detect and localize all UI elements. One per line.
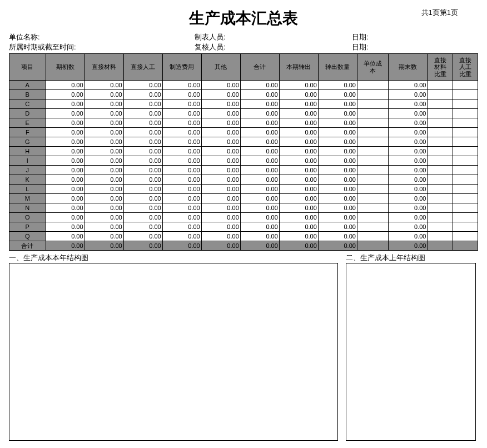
cell: 0.00 (85, 194, 123, 203)
cell (428, 128, 453, 137)
row-name: N (9, 203, 46, 213)
cell: 0.00 (389, 137, 428, 147)
cell: 0.00 (123, 166, 162, 175)
cell: 0.00 (279, 99, 318, 109)
cell: 0.00 (318, 147, 357, 156)
cell: 0.00 (240, 147, 279, 156)
cell: 0.00 (201, 213, 240, 222)
cell: 0.00 (389, 166, 428, 175)
cell: 0.00 (240, 99, 279, 109)
cell: 0.00 (201, 90, 240, 99)
cell (428, 118, 453, 128)
cell: 0.00 (46, 222, 85, 232)
cell: 0.00 (389, 241, 428, 251)
cell: 0.00 (318, 99, 357, 109)
cell: 0.00 (279, 166, 318, 175)
cell (428, 185, 453, 194)
cell: 0.00 (389, 90, 428, 99)
col-header: 单位成本 (357, 54, 389, 81)
row-name: F (9, 128, 46, 137)
cell: 0.00 (46, 81, 85, 90)
cell: 0.00 (201, 99, 240, 109)
cell: 0.00 (85, 232, 123, 241)
cell: 0.00 (389, 118, 428, 128)
table-row: I0.000.000.000.000.000.000.000.000.00 (9, 156, 478, 166)
date2-label: 日期: (352, 42, 369, 52)
table-total-row: 合计0.000.000.000.000.000.000.000.000.00 (9, 241, 478, 251)
cell: 0.00 (318, 222, 357, 232)
col-header: 直接材料比重 (428, 54, 453, 81)
cell (357, 90, 389, 99)
row-name: C (9, 99, 46, 109)
cell (453, 90, 478, 99)
cell: 0.00 (123, 81, 162, 90)
col-header: 本期转出 (279, 54, 318, 81)
cell: 0.00 (201, 194, 240, 203)
cell: 0.00 (279, 128, 318, 137)
date1-label: 日期: (352, 32, 369, 42)
cell: 0.00 (318, 90, 357, 99)
cell: 0.00 (389, 194, 428, 203)
cell: 0.00 (318, 241, 357, 251)
cell: 0.00 (240, 137, 279, 147)
cell: 0.00 (85, 175, 123, 185)
cell: 0.00 (279, 90, 318, 99)
col-header: 项目 (9, 54, 46, 81)
cell (357, 147, 389, 156)
cell: 0.00 (123, 175, 162, 185)
cell: 0.00 (46, 128, 85, 137)
col-header: 其他 (201, 54, 240, 81)
cell (428, 147, 453, 156)
table-row: Q0.000.000.000.000.000.000.000.000.00 (9, 232, 478, 241)
cell: 0.00 (201, 147, 240, 156)
cell: 0.00 (389, 222, 428, 232)
cell: 0.00 (240, 185, 279, 194)
cell (453, 109, 478, 118)
row-name: E (9, 118, 46, 128)
cell (428, 99, 453, 109)
cell: 0.00 (162, 137, 201, 147)
cell (357, 156, 389, 166)
cell: 0.00 (279, 156, 318, 166)
cell: 0.00 (46, 118, 85, 128)
cell: 0.00 (123, 137, 162, 147)
cell: 0.00 (389, 147, 428, 156)
cell (453, 203, 478, 213)
cell (428, 90, 453, 99)
cell (453, 118, 478, 128)
table-row: N0.000.000.000.000.000.000.000.000.00 (9, 203, 478, 213)
cell (428, 137, 453, 147)
chart2-label: 二、生产成本上年结构图 (346, 253, 476, 263)
table-row: P0.000.000.000.000.000.000.000.000.00 (9, 222, 478, 232)
cell: 0.00 (123, 232, 162, 241)
cell: 0.00 (85, 156, 123, 166)
cell: 0.00 (46, 232, 85, 241)
cell: 0.00 (201, 156, 240, 166)
chart1-box (9, 263, 338, 441)
table-row: C0.000.000.000.000.000.000.000.000.00 (9, 99, 478, 109)
unit-label: 单位名称: (9, 32, 192, 42)
table-row: D0.000.000.000.000.000.000.000.000.00 (9, 109, 478, 118)
cell: 0.00 (318, 109, 357, 118)
cell: 0.00 (123, 213, 162, 222)
cell: 0.00 (85, 99, 123, 109)
cell: 0.00 (162, 194, 201, 203)
col-header: 直接材料 (85, 54, 123, 81)
cell (357, 81, 389, 90)
cost-summary-table: 项目期初数直接材料直接人工制造费用其他合计本期转出转出数量单位成本期末数直接材料… (9, 53, 478, 251)
cell (453, 241, 478, 251)
page-title: 生产成本汇总表 (189, 8, 298, 29)
cell: 0.00 (279, 109, 318, 118)
table-header-row: 项目期初数直接材料直接人工制造费用其他合计本期转出转出数量单位成本期末数直接材料… (9, 54, 478, 81)
cell: 0.00 (279, 222, 318, 232)
cell: 0.00 (85, 90, 123, 99)
col-header: 直接人工 (123, 54, 162, 81)
table-row: L0.000.000.000.000.000.000.000.000.00 (9, 185, 478, 194)
row-name: I (9, 156, 46, 166)
cell (453, 137, 478, 147)
row-name: B (9, 90, 46, 99)
cell: 0.00 (240, 232, 279, 241)
row-name: M (9, 194, 46, 203)
cell: 0.00 (279, 118, 318, 128)
cell (428, 109, 453, 118)
